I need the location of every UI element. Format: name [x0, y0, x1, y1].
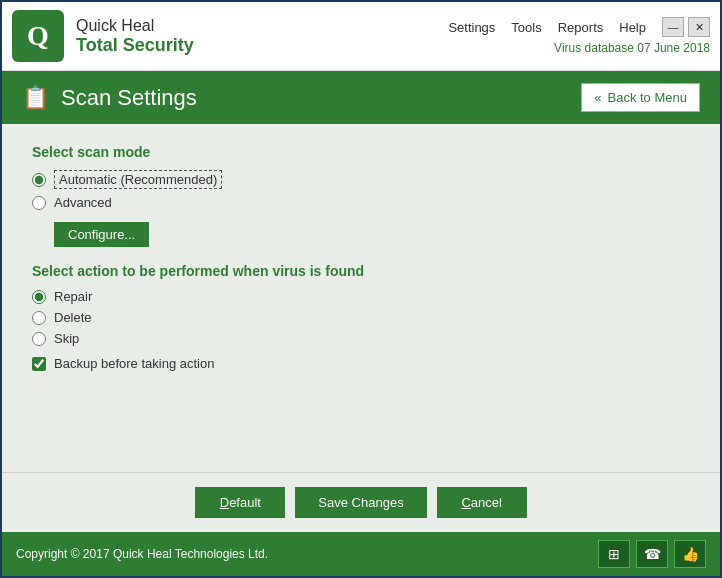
menu-settings[interactable]: Settings [448, 20, 495, 35]
main-content: Select scan mode Automatic (Recommended)… [2, 124, 720, 472]
action-delete-radio[interactable] [32, 311, 46, 325]
virus-db-label: Virus database 07 June 2018 [554, 41, 710, 55]
menu-reports[interactable]: Reports [558, 20, 604, 35]
menu-tools[interactable]: Tools [511, 20, 541, 35]
menu-bar: Settings Tools Reports Help [448, 20, 646, 35]
action-skip-label: Skip [54, 331, 79, 346]
section-title: Scan Settings [61, 85, 197, 111]
titlebar: Q Quick Heal Total Security Settings Too… [2, 2, 720, 71]
logo-letter: Q [27, 20, 49, 52]
titlebar-right: Settings Tools Reports Help — ✕ Virus da… [448, 17, 710, 55]
menu-help[interactable]: Help [619, 20, 646, 35]
cancel-btn-label: Cancel [461, 495, 501, 510]
footer-buttons: Default Save Changes Cancel [2, 472, 720, 532]
scan-settings-icon: 📋 [22, 85, 49, 111]
scan-mode-auto-label: Automatic (Recommended) [54, 170, 222, 189]
scan-mode-auto-radio[interactable] [32, 173, 46, 187]
action-repair-radio[interactable] [32, 290, 46, 304]
scan-mode-radio-group: Automatic (Recommended) Advanced [32, 170, 690, 210]
back-chevron-icon: « [594, 90, 601, 105]
save-changes-btn-label: Save Changes [318, 495, 403, 510]
app-name: Quick Heal Total Security [76, 17, 194, 56]
virus-action-radio-group: Repair Delete Skip [32, 289, 690, 346]
configure-button[interactable]: Configure... [54, 222, 149, 247]
minimize-button[interactable]: — [662, 17, 684, 37]
copyright-text: Copyright © 2017 Quick Heal Technologies… [16, 547, 268, 561]
default-button[interactable]: Default [195, 487, 285, 518]
menu-controls-row: Settings Tools Reports Help — ✕ [448, 17, 710, 37]
scan-mode-advanced-item[interactable]: Advanced [32, 195, 690, 210]
phone-icon-button[interactable]: ☎ [636, 540, 668, 568]
window-controls: — ✕ [662, 17, 710, 37]
grid-icon-button[interactable]: ⊞ [598, 540, 630, 568]
back-to-menu-button[interactable]: « Back to Menu [581, 83, 700, 112]
section-title-area: 📋 Scan Settings [22, 85, 197, 111]
virus-action-label: Select action to be performed when virus… [32, 263, 690, 279]
app-logo: Q [12, 10, 64, 62]
app-name-bottom: Total Security [76, 35, 194, 56]
action-repair-label: Repair [54, 289, 92, 304]
status-icons: ⊞ ☎ 👍 [598, 540, 706, 568]
action-delete-item[interactable]: Delete [32, 310, 690, 325]
backup-checkbox[interactable] [32, 357, 46, 371]
scan-mode-advanced-label: Advanced [54, 195, 112, 210]
close-button[interactable]: ✕ [688, 17, 710, 37]
virus-action-section: Select action to be performed when virus… [32, 263, 690, 371]
backup-checkbox-item[interactable]: Backup before taking action [32, 356, 690, 371]
back-btn-label: Back to Menu [608, 90, 688, 105]
save-changes-button[interactable]: Save Changes [295, 487, 426, 518]
thumbsup-icon-button[interactable]: 👍 [674, 540, 706, 568]
statusbar: Copyright © 2017 Quick Heal Technologies… [2, 532, 720, 576]
scan-mode-section: Select scan mode Automatic (Recommended)… [32, 144, 690, 263]
scan-mode-label: Select scan mode [32, 144, 690, 160]
action-repair-item[interactable]: Repair [32, 289, 690, 304]
action-delete-label: Delete [54, 310, 92, 325]
app-name-top: Quick Heal [76, 17, 194, 35]
scan-mode-auto-item[interactable]: Automatic (Recommended) [32, 170, 690, 189]
cancel-button[interactable]: Cancel [437, 487, 527, 518]
scan-mode-advanced-radio[interactable] [32, 196, 46, 210]
section-header: 📋 Scan Settings « Back to Menu [2, 71, 720, 124]
action-skip-radio[interactable] [32, 332, 46, 346]
backup-checkbox-label: Backup before taking action [54, 356, 214, 371]
action-skip-item[interactable]: Skip [32, 331, 690, 346]
